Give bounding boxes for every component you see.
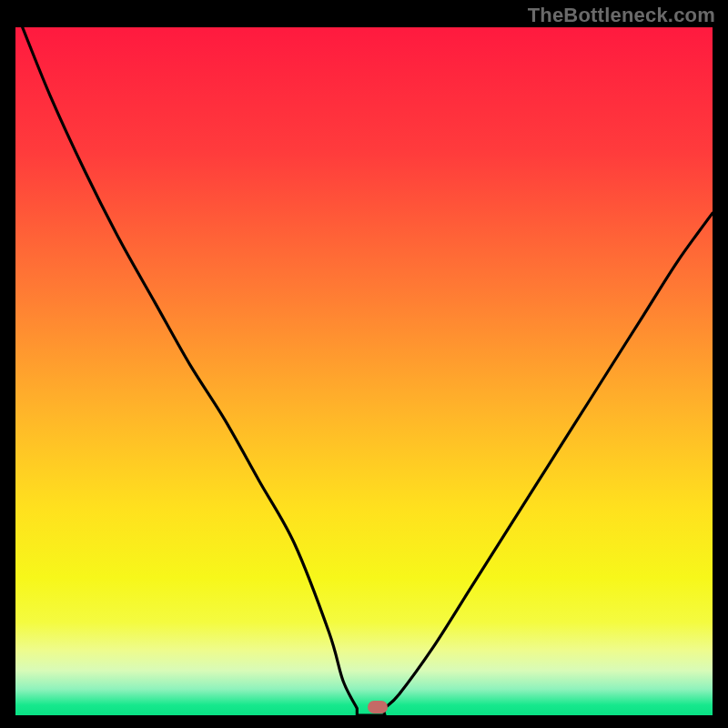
- bottleneck-curve: [15, 27, 713, 715]
- plot-area: [15, 27, 713, 715]
- watermark-text: TheBottleneck.com: [528, 4, 715, 27]
- optimum-marker: [368, 701, 388, 713]
